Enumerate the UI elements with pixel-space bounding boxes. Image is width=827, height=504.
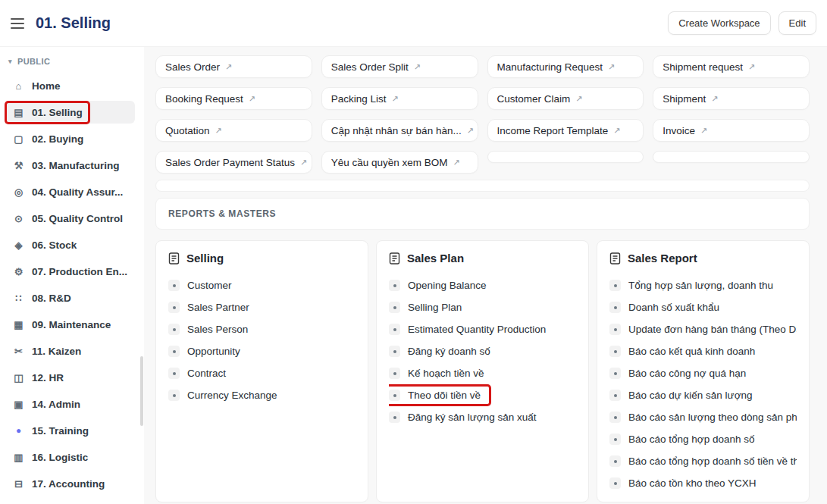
file-icon xyxy=(389,252,400,265)
sidebar-item-logistic[interactable]: ▥ 16. Logistic xyxy=(6,446,135,468)
file-icon xyxy=(168,252,180,265)
sidebar-item-accounting[interactable]: ⊟ 17. Accounting xyxy=(6,472,135,495)
dot-icon xyxy=(609,302,621,313)
link-bao-cao-du-kien-san-luong[interactable]: Báo cáo dự kiến sản lượng xyxy=(609,384,797,406)
link-dang-ky-doanh-so[interactable]: Đăng ký doanh số xyxy=(389,340,576,362)
link-dang-ky-san-luong-san-xuat[interactable]: Đăng ký sản lượng sản xuất xyxy=(389,406,576,428)
link-bao-cao-tong-hop-doanh-so-tien-ve[interactable]: Báo cáo tổng hợp doanh số tiền về theo..… xyxy=(609,450,797,472)
dot-icon xyxy=(609,412,621,423)
sidebar-item-quality-assurance[interactable]: ◎ 04. Quality Assur... xyxy=(6,180,135,203)
shortcut-manufacturing-request[interactable]: Manufacturing Request↗ xyxy=(487,55,644,78)
link-label: Sales Partner xyxy=(187,302,249,313)
link-label: Contract xyxy=(187,368,226,379)
admin-icon: ▣ xyxy=(12,399,25,410)
card-sales-plan-header: Sales Plan xyxy=(389,252,576,265)
link-bao-cao-ket-qua-kinh-doanh[interactable]: Báo cáo kết quả kinh doanh xyxy=(609,340,797,362)
link-update-don-hang-ban-thang[interactable]: Update đơn hàng bán tháng (Theo DSP) xyxy=(609,318,797,340)
sidebar-item-label: 06. Stock xyxy=(32,239,77,251)
link-bao-cao-tong-hop-doanh-so[interactable]: Báo cáo tổng hợp doanh số xyxy=(609,428,797,450)
maintenance-icon: ▦ xyxy=(12,319,25,330)
dot-icon xyxy=(389,390,400,401)
link-opening-balance[interactable]: Opening Balance xyxy=(389,274,576,296)
highlight-annotation-selling: ▤ 01. Selling xyxy=(7,103,88,122)
dot-icon xyxy=(389,412,400,423)
link-tong-hop-san-luong-doanh-thu[interactable]: Tổng hợp sản lượng, doanh thu xyxy=(609,274,797,296)
link-sales-partner[interactable]: Sales Partner xyxy=(168,296,356,318)
sidebar-item-label: 04. Quality Assur... xyxy=(32,186,123,198)
shortcut-booking-request[interactable]: Booking Request↗ xyxy=(155,87,312,110)
dot-icon xyxy=(609,390,621,401)
link-label: Opportunity xyxy=(187,346,240,357)
external-link-icon: ↗ xyxy=(613,126,620,136)
shortcut-sales-order-payment-status[interactable]: Sales Order Payment Status↗ xyxy=(155,151,312,174)
header-actions: Create Workspace Edit xyxy=(668,11,816,35)
shortcut-yeu-cau-quyen-xem-bom[interactable]: Yêu cầu quyền xem BOM↗ xyxy=(321,151,478,174)
sidebar-item-home[interactable]: ⌂ Home xyxy=(6,74,135,97)
link-bao-cao-cong-no-qua-han[interactable]: Báo cáo công nợ quá hạn xyxy=(609,362,797,384)
link-estimated-quantity-production[interactable]: Estimated Quantity Production xyxy=(389,318,576,340)
sidebar-item-maintenance[interactable]: ▦ 09. Maintenance xyxy=(6,313,135,336)
link-label: Báo cáo kết quả kinh doanh xyxy=(628,346,755,357)
shortcut-label: Packing List xyxy=(331,93,387,105)
link-ke-hoach-tien-ve[interactable]: Kế hoạch tiền về xyxy=(389,362,576,384)
dot-icon xyxy=(609,346,621,357)
sidebar-section-public[interactable]: ▾ PUBLIC xyxy=(6,57,135,66)
link-theo-doi-tien-ve[interactable]: Theo dõi tiền về xyxy=(389,384,576,406)
stock-icon: ◈ xyxy=(12,239,25,251)
sidebar-item-admin[interactable]: ▣ 14. Admin xyxy=(6,393,135,415)
link-bao-cao-san-luong-theo-dong-san-pham[interactable]: Báo cáo sản lượng theo dòng sản phẩm xyxy=(609,406,797,428)
shortcut-placeholder xyxy=(487,151,644,163)
sidebar-item-manufacturing[interactable]: ⚒ 03. Manufacturing xyxy=(6,154,135,177)
shortcut-income-report-template[interactable]: Income Report Template↗ xyxy=(487,119,644,142)
sidebar-item-rnd[interactable]: ∷ 08. R&D xyxy=(6,286,135,309)
link-label: Báo cáo công nợ quá hạn xyxy=(628,368,746,379)
sidebar-item-kaizen[interactable]: ✂ 11. Kaizen xyxy=(6,340,135,362)
link-label: Báo cáo dự kiến sản lượng xyxy=(628,390,753,401)
sidebar-item-stock[interactable]: ◈ 06. Stock xyxy=(6,233,135,256)
dot-icon xyxy=(609,434,621,445)
sidebar-item-buying[interactable]: ▢ 02. Buying xyxy=(6,127,135,150)
shortcut-label: Sales Order xyxy=(165,61,220,73)
link-currency-exchange[interactable]: Currency Exchange xyxy=(168,384,356,406)
shortcut-shipment[interactable]: Shipment↗ xyxy=(653,87,810,110)
menu-icon[interactable] xyxy=(11,18,24,29)
sidebar-item-label: 11. Kaizen xyxy=(32,346,81,357)
shortcut-customer-claim[interactable]: Customer Claim↗ xyxy=(487,87,644,110)
shortcut-packing-list[interactable]: Packing List↗ xyxy=(321,87,478,110)
edit-button[interactable]: Edit xyxy=(778,11,816,35)
link-label: Báo cáo tồn kho theo YCXH xyxy=(628,477,757,489)
link-label: Kế hoạch tiền về xyxy=(408,368,484,379)
app-header: 01. Selling Create Workspace Edit xyxy=(0,0,827,47)
shortcut-cap-nhat-nhan-su-ban-hang[interactable]: Cập nhật nhân sự bán hàn...↗ xyxy=(321,119,478,142)
link-sales-person[interactable]: Sales Person xyxy=(168,318,356,340)
link-customer[interactable]: Customer xyxy=(168,274,356,296)
card-title: Sales Report xyxy=(628,252,697,265)
training-icon: ● xyxy=(12,425,25,436)
home-icon: ⌂ xyxy=(12,80,25,92)
sidebar-item-hr[interactable]: ◫ 12. HR xyxy=(6,366,135,389)
link-doanh-so-xuat-khau[interactable]: Doanh số xuất khẩu xyxy=(609,296,797,318)
buying-icon: ▢ xyxy=(12,133,25,145)
sidebar: ▾ PUBLIC ⌂ Home ▤ 01. Selling ▢ 02. Buyi… xyxy=(0,47,144,504)
sidebar-item-selling[interactable]: ▤ 01. Selling xyxy=(6,101,135,124)
sidebar-item-quality-control[interactable]: ⊙ 05. Quality Control xyxy=(6,207,135,230)
shortcut-invoice[interactable]: Invoice↗ xyxy=(653,119,810,142)
shortcut-quotation[interactable]: Quotation↗ xyxy=(155,119,312,142)
sidebar-item-label: 08. R&D xyxy=(32,293,71,304)
shortcuts-grid: Sales Order↗ Sales Order Split↗ Manufact… xyxy=(155,55,810,174)
logistic-icon: ▥ xyxy=(12,452,25,463)
shortcut-shipment-request[interactable]: Shipment request↗ xyxy=(653,55,810,78)
card-selling: Selling Customer Sales Partner Sales Per… xyxy=(155,240,368,502)
sidebar-item-training[interactable]: ● 15. Training xyxy=(6,419,135,442)
create-workspace-button[interactable]: Create Workspace xyxy=(668,11,770,35)
link-opportunity[interactable]: Opportunity xyxy=(168,340,356,362)
sidebar-scrollbar[interactable] xyxy=(140,356,143,426)
link-contract[interactable]: Contract xyxy=(168,362,356,384)
sidebar-item-production-engineering[interactable]: ⚙ 07. Production En... xyxy=(6,260,135,283)
link-label: Update đơn hàng bán tháng (Theo DSP) xyxy=(628,324,797,335)
link-selling-plan[interactable]: Selling Plan xyxy=(389,296,576,318)
shortcut-sales-order-split[interactable]: Sales Order Split↗ xyxy=(321,55,478,78)
shortcut-sales-order[interactable]: Sales Order↗ xyxy=(155,55,312,78)
link-label: Đăng ký sản lượng sản xuất xyxy=(408,412,536,423)
link-bao-cao-ton-kho-theo-ycxh[interactable]: Báo cáo tồn kho theo YCXH xyxy=(609,472,797,494)
